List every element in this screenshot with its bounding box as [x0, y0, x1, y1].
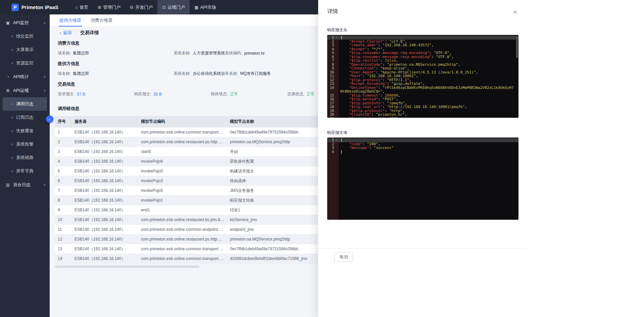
tab-label: 消费方维度	[91, 18, 112, 23]
tab[interactable]: 消费方维度	[90, 14, 113, 27]
nav-item-label: 首页	[80, 4, 88, 10]
nav-item[interactable]: ⌂ 首页	[70, 0, 93, 14]
response-body-label: 响应报文体	[327, 130, 525, 136]
back-button[interactable]: ‹ 返回	[60, 30, 72, 36]
cell-server: ESB140（192.168.16.140）	[72, 254, 138, 264]
bullet-icon	[11, 103, 13, 105]
cell-no: 9	[55, 205, 72, 215]
sidebar-item-label: 大屏展示	[16, 47, 34, 53]
tab[interactable]: 提供方维度	[59, 14, 82, 27]
fold-icon	[334, 146, 339, 150]
sidebar-item[interactable]: 系统链路	[3, 151, 47, 164]
sidebar-item[interactable]: 大屏展示	[3, 43, 47, 56]
field-label: 系统名称:	[174, 50, 191, 56]
sidebar-group-header[interactable]: ▤ 后台日志 ∨	[0, 178, 50, 192]
field: 响应报文: 35 B	[134, 91, 211, 97]
column-header: 序号	[55, 116, 72, 127]
fold-icon	[334, 113, 339, 117]
sidebar-group-header[interactable]: ⊠ API运维 ∧	[0, 84, 50, 97]
field-value: 集团总部	[73, 50, 89, 56]
sidebar-group-header[interactable]: ◔ API统计 ∨	[0, 70, 50, 84]
line-number: 11	[327, 74, 334, 78]
fold-icon	[334, 55, 339, 59]
nav-item-label: API市场	[200, 4, 216, 10]
primeton-logo-icon: P	[11, 4, 19, 11]
nav-item[interactable]: ▦ API市场	[190, 0, 220, 14]
cell-node-code: com.primeton.esb.online.common.transport…	[138, 254, 227, 264]
scrollbar-thumb[interactable]	[55, 265, 199, 268]
cell-node-code: invokePojo0	[138, 166, 227, 176]
sidebar-item[interactable]: 系统告警	[3, 138, 47, 151]
bullet-icon	[11, 144, 13, 145]
field-value: primeton.hr	[244, 51, 265, 56]
vertical-scrollbar-thumb[interactable]	[516, 37, 518, 58]
sidebar-group: ⊠ API运维 ∧ 调用日志	[0, 84, 50, 178]
nav-item[interactable]: ⊟ 开发门户	[125, 0, 157, 14]
cell-node-code: com.primeton.esb.online.common.transport…	[138, 127, 227, 137]
field-value[interactable]: 57 B	[77, 92, 85, 97]
field-value[interactable]: 35 B	[153, 92, 162, 97]
response-headers-editor[interactable]: 1▾{2 "Accept-Charset": "utf-8",3 "remote…	[327, 35, 518, 118]
field-label: 系统编码:	[225, 50, 242, 56]
cell-server: ESB140（192.168.16.140）	[72, 215, 138, 225]
line-number: 19	[327, 109, 334, 113]
cell-node-code: end1	[138, 205, 227, 215]
sidebar-item[interactable]: 订阅日志	[3, 111, 47, 124]
cell-no: 3	[55, 147, 72, 157]
fold-icon	[334, 105, 339, 109]
fold-icon	[334, 142, 339, 146]
fold-icon	[334, 66, 339, 70]
cell-server: ESB140（192.168.16.140）	[72, 225, 138, 234]
cell-server: ESB140（192.168.16.140）	[72, 166, 138, 176]
sidebar-item-label: 调用日志	[16, 101, 34, 107]
cell-no: 4	[55, 157, 72, 166]
sidebar-group-label: API监控	[13, 20, 43, 26]
field-value: 正常	[230, 91, 238, 97]
fold-icon	[334, 97, 339, 101]
cell-node-code: invokePojo1	[138, 196, 227, 205]
nav-item[interactable]: ⊡ 运维门户	[157, 0, 190, 14]
fold-icon: ▾	[334, 36, 339, 40]
field-label: 交易状态:	[287, 91, 304, 97]
cell-node-code: com.primeton.esb.online.common.transport…	[138, 244, 227, 254]
sidebar-item[interactable]: 资源监控	[3, 56, 47, 70]
cell-node-code: com.primeton.esb.online.restaurant.ps.ht…	[138, 137, 227, 147]
bullet-icon	[11, 62, 13, 64]
sidebar-group-icon: ◔	[5, 74, 10, 79]
fold-icon	[334, 70, 339, 74]
line-number: 2	[327, 142, 334, 146]
fold-icon	[334, 150, 339, 154]
field-label: 域名称:	[58, 71, 71, 76]
code-line: 4}	[327, 150, 518, 154]
close-icon[interactable]: ×	[513, 9, 517, 15]
fold-icon	[334, 109, 339, 113]
fold-icon: ▾	[334, 138, 339, 142]
cancel-button[interactable]: 取消	[334, 252, 353, 262]
field: 域名称: 集团总部	[58, 50, 174, 56]
nav-item[interactable]: ⊞ 管理门户	[93, 0, 125, 14]
cell-server: ESB140（192.168.16.140）	[72, 176, 138, 186]
cell-no: 1	[55, 127, 72, 137]
fold-icon	[334, 43, 339, 47]
sidebar-item[interactable]: 综合监控	[3, 30, 47, 43]
sidebar: ▣ API监控 ∧ 综合监控	[0, 14, 50, 317]
tab-label: 提供方维度	[59, 18, 81, 23]
line-number: 15	[327, 94, 334, 98]
sidebar-group: ▤ 后台日志 ∨	[0, 178, 50, 192]
fold-icon	[334, 86, 339, 94]
sidebar-group-header[interactable]: ▣ API监控 ∧	[0, 16, 50, 30]
response-body-editor[interactable]: 1▾{2 "code": "200",3 "message": "success…	[327, 138, 518, 220]
sidebar-collapse-button[interactable]: ‹	[46, 115, 53, 123]
sidebar-group-icon: ▤	[5, 182, 10, 187]
bullet-icon	[11, 117, 13, 118]
sidebar-group-items: 综合监控 大屏展示 资源监控	[0, 30, 50, 70]
sidebar-item[interactable]: 调用日志	[3, 97, 47, 111]
bullet-icon	[11, 49, 13, 51]
field: 服务名称: MQ发布订阅服务	[221, 71, 271, 76]
sidebar-item[interactable]: 失败重发	[3, 124, 47, 138]
column-header: 模型节点编码	[138, 116, 227, 127]
cell-no: 13	[55, 244, 72, 254]
brand-name: Primeton iPaaS	[21, 4, 58, 10]
line-number: 12	[327, 78, 334, 82]
sidebar-item[interactable]: 异常字典	[3, 164, 47, 178]
